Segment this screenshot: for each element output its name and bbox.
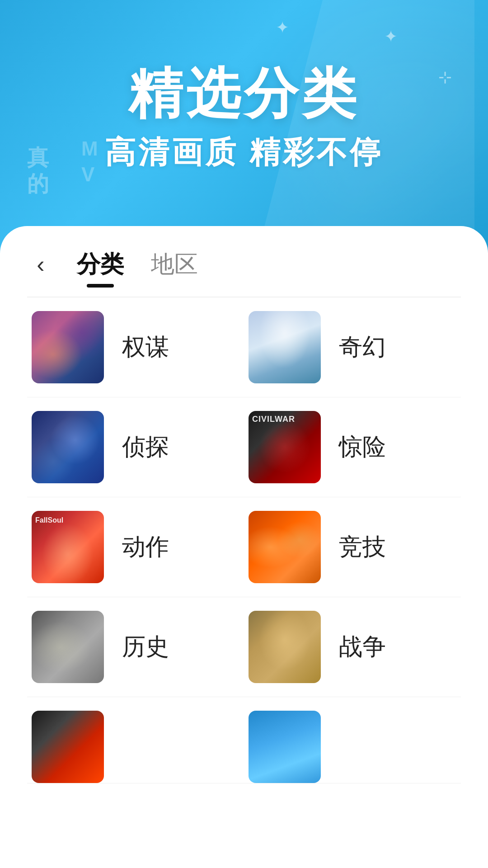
thumb-jingxian: CIVILWAR xyxy=(249,411,321,483)
category-jingji[interactable]: 竞技 xyxy=(244,511,461,583)
thumb-bottom2 xyxy=(249,711,321,783)
category-quanmou[interactable]: 权谋 xyxy=(27,311,244,383)
back-button[interactable]: ‹ xyxy=(27,251,54,278)
thumb-quanmou xyxy=(32,311,104,383)
thumb-zhentao xyxy=(32,411,104,483)
thumb-qihuan xyxy=(249,311,321,383)
nav-bar: ‹ 分类 地区 xyxy=(0,226,488,280)
category-list: 权谋 奇幻 侦探 CIVILWAR 惊险 Fa xyxy=(0,297,488,783)
cat-label-qihuan: 奇幻 xyxy=(339,331,386,363)
category-dongzuo[interactable]: FallSoul 动作 xyxy=(27,511,244,583)
fallensoul-text: FallSoul xyxy=(35,516,63,524)
category-row-1: 权谋 奇幻 xyxy=(27,297,461,397)
category-row-2: 侦探 CIVILWAR 惊险 xyxy=(27,397,461,497)
thumb-jingji xyxy=(249,511,321,583)
category-zhentao[interactable]: 侦探 xyxy=(27,411,244,483)
cat-label-jingji: 竞技 xyxy=(339,531,386,563)
thumb-dongzuo: FallSoul xyxy=(32,511,104,583)
category-jingxian[interactable]: CIVILWAR 惊险 xyxy=(244,411,461,483)
category-row-5 xyxy=(27,697,461,783)
tab-category[interactable]: 分类 xyxy=(63,249,137,280)
civilwar-text: CIVILWAR xyxy=(252,415,295,424)
category-lishi[interactable]: 历史 xyxy=(27,611,244,683)
category-row-4: 历史 战争 xyxy=(27,597,461,697)
hero-title-sub: 高清画质 精彩不停 xyxy=(0,132,488,173)
hero-title: 精选分类 高清画质 精彩不停 xyxy=(0,0,488,173)
cat-label-jingxian: 惊险 xyxy=(339,431,386,463)
cat-label-dongzuo: 动作 xyxy=(122,531,169,563)
thumb-zhanzheng xyxy=(249,611,321,683)
cat-label-zhanzheng: 战争 xyxy=(339,631,386,663)
thumb-lishi xyxy=(32,611,104,683)
cat-label-lishi: 历史 xyxy=(122,631,169,663)
hero-section: 真的 MV ✦ ✦ ⊹ 精选分类 高清画质 精彩不停 xyxy=(0,0,488,253)
category-bottom2[interactable] xyxy=(244,711,461,783)
main-card: ‹ 分类 地区 权谋 奇幻 侦探 CIVILWAR xyxy=(0,226,488,868)
thumb-bottom1 xyxy=(32,711,104,783)
cat-label-quanmou: 权谋 xyxy=(122,331,169,363)
category-bottom1[interactable] xyxy=(27,711,244,783)
hero-title-main: 精选分类 xyxy=(0,63,488,123)
category-zhanzheng[interactable]: 战争 xyxy=(244,611,461,683)
category-qihuan[interactable]: 奇幻 xyxy=(244,311,461,383)
category-row-3: FallSoul 动作 竞技 xyxy=(27,497,461,597)
cat-label-zhentao: 侦探 xyxy=(122,431,169,463)
tab-region[interactable]: 地区 xyxy=(137,249,211,280)
